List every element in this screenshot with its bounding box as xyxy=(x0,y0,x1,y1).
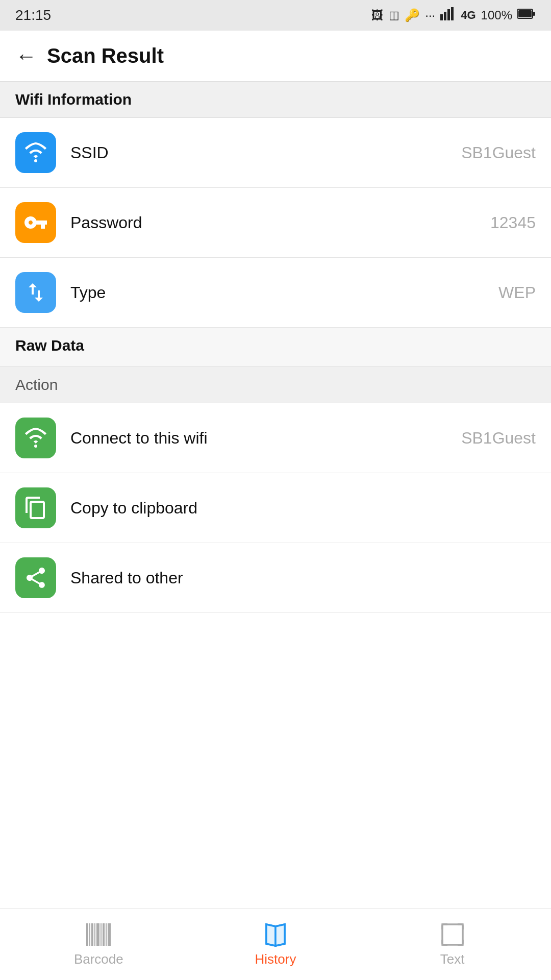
back-button[interactable]: ← xyxy=(15,45,37,67)
history-nav-icon xyxy=(260,922,291,947)
svg-rect-0 xyxy=(440,14,443,20)
wifi-icon-box xyxy=(15,132,56,173)
svg-rect-15 xyxy=(103,923,105,946)
connect-wifi-icon-box xyxy=(15,418,56,458)
text-nav-icon xyxy=(437,922,468,947)
wifi-section-label: Wifi Information xyxy=(0,82,551,118)
swap-icon xyxy=(23,280,48,305)
gallery-icon: 🖼 xyxy=(371,8,384,22)
connect-wifi-value: SB1Guest xyxy=(461,429,536,448)
signal-icon xyxy=(440,7,456,23)
status-icons: 🖼 ◫ 🔑 ··· 4G 100% xyxy=(371,7,536,23)
password-row[interactable]: Password 12345 xyxy=(0,188,551,258)
battery-icon xyxy=(517,8,536,22)
action-section-label: Action xyxy=(0,367,551,403)
connect-wifi-label: Connect to this wifi xyxy=(70,429,461,448)
raw-data-title: Raw Data xyxy=(15,337,536,354)
header: ← Scan Result xyxy=(0,31,551,82)
svg-point-7 xyxy=(34,159,37,162)
main-content: Wifi Information SSID SB1Guest Password … xyxy=(0,82,551,909)
bottom-nav: Barcode History xyxy=(0,909,551,980)
notification-icon: ◫ xyxy=(389,9,399,22)
svg-rect-19 xyxy=(442,924,463,945)
battery-percent: 100% xyxy=(481,8,512,22)
password-icon xyxy=(23,210,48,235)
connect-wifi-row[interactable]: Connect to this wifi SB1Guest xyxy=(0,403,551,473)
nav-item-barcode[interactable]: Barcode xyxy=(10,922,187,967)
share-label: Shared to other xyxy=(70,569,536,587)
ssid-value: SB1Guest xyxy=(461,143,536,162)
svg-rect-13 xyxy=(96,923,99,946)
status-bar: 21:15 🖼 ◫ 🔑 ··· 4G 100% xyxy=(0,0,551,31)
copy-icon xyxy=(23,496,48,520)
barcode-nav-label: Barcode xyxy=(74,951,123,967)
svg-rect-14 xyxy=(101,923,102,946)
svg-rect-5 xyxy=(533,12,535,16)
share-icon xyxy=(23,566,48,590)
svg-rect-9 xyxy=(86,923,88,946)
swap-icon-box xyxy=(15,272,56,313)
more-icon: ··· xyxy=(425,8,435,22)
svg-rect-1 xyxy=(444,12,446,20)
password-value: 12345 xyxy=(490,213,536,232)
share-icon-box xyxy=(15,557,56,598)
share-row[interactable]: Shared to other xyxy=(0,543,551,613)
ssid-row[interactable]: SSID SB1Guest xyxy=(0,118,551,188)
history-icon xyxy=(262,921,289,948)
nav-item-history[interactable]: History xyxy=(187,922,364,967)
type-value: WEP xyxy=(498,283,536,302)
page-title: Scan Result xyxy=(47,44,164,67)
type-label: Type xyxy=(70,283,498,302)
wifi-icon xyxy=(23,140,48,165)
ssid-label: SSID xyxy=(70,143,461,162)
key-icon: 🔑 xyxy=(405,8,420,22)
type-row[interactable]: Type WEP xyxy=(0,258,551,328)
svg-rect-3 xyxy=(451,7,454,20)
svg-rect-10 xyxy=(89,923,90,946)
text-nav-label: Text xyxy=(440,951,465,967)
status-time: 21:15 xyxy=(15,7,51,23)
barcode-icon xyxy=(85,921,112,948)
svg-rect-12 xyxy=(94,923,95,946)
connect-wifi-icon xyxy=(23,426,48,450)
nav-item-text[interactable]: Text xyxy=(364,922,541,967)
network-label: 4G xyxy=(461,9,475,22)
password-label: Password xyxy=(70,213,490,232)
svg-rect-11 xyxy=(91,923,93,946)
barcode-nav-icon xyxy=(83,922,114,947)
copy-clipboard-label: Copy to clipboard xyxy=(70,499,536,518)
svg-rect-16 xyxy=(106,923,107,946)
key-icon-box xyxy=(15,202,56,243)
svg-rect-2 xyxy=(447,9,450,20)
copy-icon-box xyxy=(15,487,56,528)
copy-clipboard-row[interactable]: Copy to clipboard xyxy=(0,473,551,543)
history-nav-label: History xyxy=(255,951,296,967)
svg-rect-17 xyxy=(108,923,111,946)
svg-point-8 xyxy=(34,445,37,448)
raw-data-section: Raw Data xyxy=(0,328,551,367)
text-icon xyxy=(439,921,466,948)
svg-rect-6 xyxy=(518,10,532,17)
